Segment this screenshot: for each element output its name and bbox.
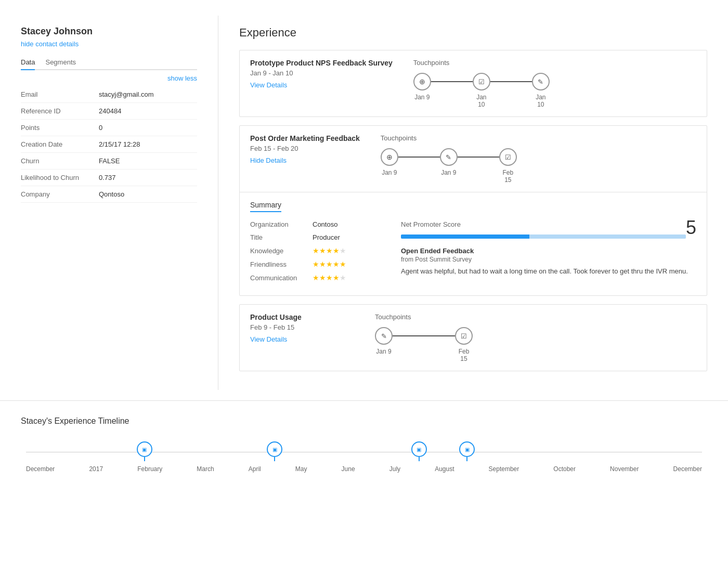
label-churn: Churn [21,157,99,165]
field-title: Title [250,233,313,241]
month-december-end: December [673,465,702,473]
tp-spacer-3 [393,348,455,362]
tp-line-2b [458,157,499,158]
tp-spacer-1a [431,94,473,108]
timeline-spacer [26,436,702,462]
touchpoints-2: Touchpoints ⊕ ✎ ☑ [381,134,696,184]
open-ended-source: from Post Summit Survey [401,256,696,263]
tp-line-2a [398,157,440,158]
timeline-baseline [26,452,702,452]
exp-card-1: Prototype Product NPS Feedback Survey Ja… [239,50,707,117]
tp-date-2b: Jan 9 [440,169,458,184]
tp-line-3 [393,335,455,336]
tp-date-2a: Jan 9 [381,169,398,184]
tp-date-1a: Jan 9 [413,94,431,108]
hide-details-2[interactable]: Hide Details [250,157,287,164]
label-creation: Creation Date [21,140,99,148]
right-panel: Experience Prototype Product NPS Feedbac… [218,16,728,390]
exp-name-2: Post Order Marketing Feedback [250,134,360,142]
exp-date-2: Feb 15 - Feb 20 [250,145,360,152]
touchpoints-1: Touchpoints ⊕ ☑ ✎ [413,59,696,108]
tl-event-aug: ▣ [411,441,427,461]
summary-left: Organization Contoso Title Producer Know… [250,220,380,287]
summary-row-knowledge: Knowledge ★★★★★ [250,246,380,255]
tl-icon-may: ▣ [267,441,282,457]
tl-stem-may [274,457,275,461]
exp-date-3: Feb 9 - Feb 15 [250,323,354,331]
contact-name: Stacey Johnson [21,26,197,37]
summary-row-org: Organization Contoso [250,220,380,228]
nps-bar [401,235,686,239]
data-row-company: Company Qontoso [21,186,197,203]
tl-event-may: ▣ [267,441,282,461]
exp-name-3: Product Usage [250,313,354,321]
tp-icon-globe-1: ⊕ [413,73,431,90]
tp-icon-clipboard-3: ☑ [455,327,473,345]
timeline-title: Stacey's Experience Timeline [21,416,707,426]
tp-date-1c: Jan 10 [532,94,550,108]
month-september: September [489,465,519,473]
experience-title: Experience [239,26,707,40]
month-april: April [249,465,261,473]
summary-row-title: Title Producer [250,233,380,241]
value-likelihood: 0.737 [99,174,116,181]
tp-date-3a: Jan 9 [375,348,393,362]
tp-spacer-2a [398,169,440,184]
touchpoints-label-2: Touchpoints [381,134,696,142]
open-ended-text: Agent was helpful, but had to wait a lon… [401,266,696,277]
tp-spacer-1b [490,94,532,108]
tp-icon-clipboard-1: ☑ [473,73,490,90]
show-less-link[interactable]: show less [167,74,197,82]
open-ended-label: Open Ended Feedback [401,247,696,255]
field-friendliness: Friendliness [250,261,313,268]
hide-contact-link[interactable]: hide contact details [21,40,79,48]
show-less-row: show less [21,74,197,82]
tl-stem-aug [419,457,420,461]
month-february: February [137,465,162,473]
tl-icon-feb: ▣ [137,441,152,457]
value-org: Contoso [313,220,337,228]
tl-icon-aug: ▣ [411,441,427,457]
value-creation: 2/15/17 12:28 [99,140,140,148]
tp-date-2c: Feb 15 [499,169,517,184]
summary-right: Net Promoter Score 5 Open Ended Feedback… [401,220,696,287]
exp-date-1: Jan 9 - Jan 10 [250,69,393,77]
tp-icon-pencil-2: ✎ [440,148,458,166]
tl-event-feb: ▣ [137,441,152,461]
touchpoints-label-1: Touchpoints [413,59,696,67]
value-churn: FALSE [99,157,120,165]
tp-icon-pencil-1: ✎ [532,73,550,90]
field-communication: Communication [250,274,313,282]
tp-date-3b: Feb 15 [455,348,473,362]
value-email: stacyj@gmail.com [99,90,154,98]
summary-content: Organization Contoso Title Producer Know… [250,220,696,287]
value-knowledge: ★★★★★ [313,246,346,255]
value-points: 0 [99,124,102,132]
nps-bar-filled [401,235,529,239]
tp-spacer-2b [458,169,499,184]
month-october: October [553,465,576,473]
nps-score: 5 [686,217,696,239]
nps-bar-empty [529,235,686,239]
month-may: May [295,465,307,473]
label-ref: Reference ID [21,107,99,115]
view-details-1[interactable]: View Details [250,81,287,89]
exp-name-1: Prototype Product NPS Feedback Survey [250,59,393,67]
exp-info-1: Prototype Product NPS Feedback Survey Ja… [250,59,393,108]
label-company: Company [21,190,99,198]
tp-line-1a [431,81,473,82]
tp-icon-pencil-3: ✎ [375,327,393,345]
month-june: June [342,465,355,473]
exp-card-2-header: Post Order Marketing Feedback Feb 15 - F… [240,126,707,192]
tl-event-sep: ▣ [459,441,475,461]
summary-row-friendliness: Friendliness ★★★★★ [250,260,380,268]
tp-icon-clipboard-2: ☑ [499,148,517,166]
tab-data[interactable]: Data [21,58,35,70]
label-points: Points [21,124,99,132]
view-details-3[interactable]: View Details [250,335,287,343]
month-november: November [610,465,639,473]
data-row-likelihood: Likelihood to Churn 0.737 [21,170,197,186]
label-email: Email [21,90,99,98]
month-august: August [435,465,454,473]
tab-segments[interactable]: Segments [45,58,76,69]
